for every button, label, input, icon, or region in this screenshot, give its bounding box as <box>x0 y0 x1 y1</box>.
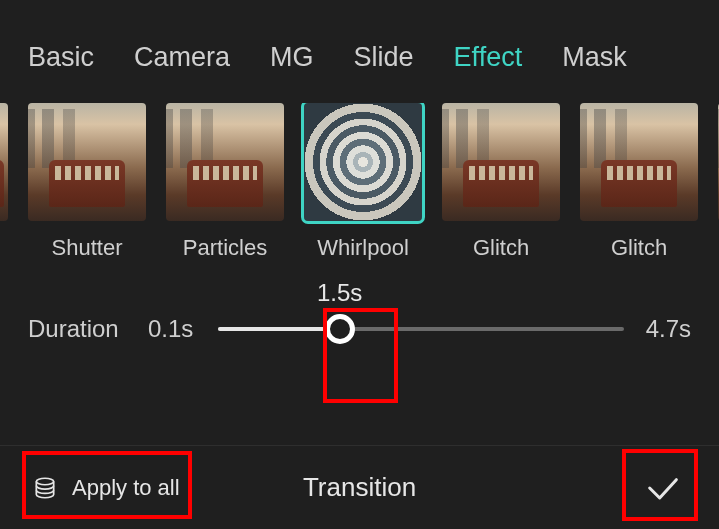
effect-label <box>0 235 1 261</box>
slider-handle[interactable] <box>325 314 355 344</box>
effect-thumbnail[interactable] <box>0 103 8 221</box>
tab-mg[interactable]: MG <box>270 42 314 73</box>
effect-label: Whirlpool <box>317 235 409 261</box>
duration-row: Duration 0.1s 1.5s 4.7s <box>0 261 719 343</box>
effect-thumbnail[interactable] <box>580 103 698 221</box>
category-tabs: Basic Camera MG Slide Effect Mask <box>0 0 719 103</box>
duration-value: 1.5s <box>317 279 362 307</box>
duration-label: Duration <box>28 315 148 343</box>
tab-basic[interactable]: Basic <box>28 42 94 73</box>
effect-item[interactable] <box>0 103 8 261</box>
apply-to-all-label: Apply to all <box>72 475 180 501</box>
panel-title: Transition <box>303 472 416 503</box>
effect-item-particles[interactable]: Particles <box>166 103 284 261</box>
effect-thumbnail[interactable] <box>304 103 422 221</box>
tab-effect[interactable]: Effect <box>454 42 523 73</box>
effects-strip[interactable]: Shutter Particles Whirlpool Glitch Glitc… <box>0 103 719 261</box>
duration-slider[interactable]: 1.5s <box>218 327 624 331</box>
duration-max: 4.7s <box>646 315 691 343</box>
check-icon <box>643 468 683 508</box>
stack-icon <box>32 475 58 501</box>
tab-slide[interactable]: Slide <box>354 42 414 73</box>
duration-min: 0.1s <box>148 315 218 343</box>
slider-fill <box>218 327 340 331</box>
effect-thumbnail[interactable] <box>28 103 146 221</box>
effect-label: Glitch <box>473 235 529 261</box>
effect-label: Glitch <box>611 235 667 261</box>
svg-point-0 <box>36 478 53 485</box>
tab-camera[interactable]: Camera <box>134 42 230 73</box>
effect-item-shutter[interactable]: Shutter <box>28 103 146 261</box>
effect-label: Shutter <box>52 235 123 261</box>
apply-to-all-button[interactable]: Apply to all <box>32 475 180 501</box>
effect-item-glitch-2[interactable]: Glitch <box>580 103 698 261</box>
effect-thumbnail[interactable] <box>166 103 284 221</box>
bottom-bar: Apply to all Transition <box>0 445 719 529</box>
confirm-button[interactable] <box>639 464 687 512</box>
effect-item-glitch-1[interactable]: Glitch <box>442 103 560 261</box>
effect-label: Particles <box>183 235 267 261</box>
effect-thumbnail[interactable] <box>442 103 560 221</box>
tab-mask[interactable]: Mask <box>562 42 627 73</box>
effect-item-whirlpool[interactable]: Whirlpool <box>304 103 422 261</box>
